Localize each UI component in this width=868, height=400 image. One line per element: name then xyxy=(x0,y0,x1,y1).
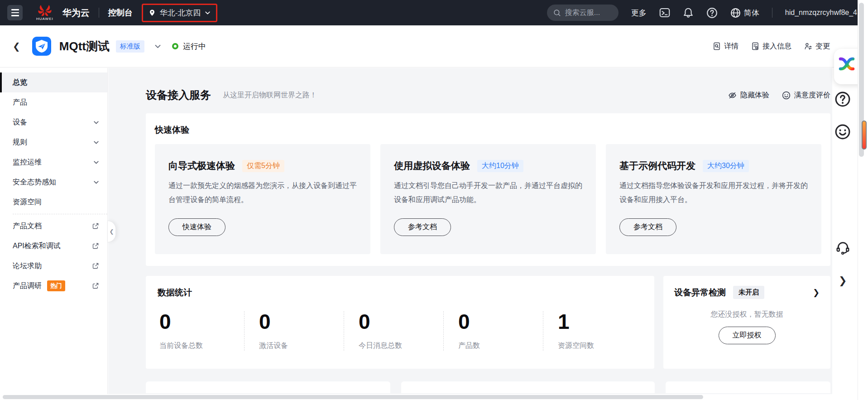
quick-card-description: 通过一款预先定义的烟感器为您演示，从接入设备到通过平台管理设备的简单流程。 xyxy=(168,178,357,207)
page-subtitle: 从这里开启物联网世界之路！ xyxy=(223,91,317,100)
quick-card-sample-code: 基于示例代码开发 大约30分钟 通过文档指导您体验设备开发和应用开发过程，并将开… xyxy=(606,144,821,254)
hide-experience-link[interactable]: 隐藏体验 xyxy=(728,91,769,100)
data-statistics-title: 数据统计 xyxy=(158,287,643,299)
vertical-scrollbar-track xyxy=(858,0,868,400)
quick-card-description: 通过文档引导您自己动手开发一款产品，并通过平台虚拟的设备和应用调试产品功能。 xyxy=(394,178,582,207)
main-content: 设备接入服务 从这里开启物联网世界之路！ 隐藏体验 满意度评价 快速体验 向导式… xyxy=(108,68,832,400)
stat-current-devices: 0 当前设备总数 xyxy=(158,311,244,351)
huawei-flower-icon xyxy=(38,5,52,16)
instance-switch-chevron-icon[interactable] xyxy=(154,43,161,50)
search-input[interactable]: 搜索云服... xyxy=(547,5,619,21)
time-badge: 大约30分钟 xyxy=(703,160,749,172)
instance-header: ❮ MQtt测试 标准版 运行中 详情 接入信息 变更 xyxy=(0,25,868,67)
details-button[interactable]: 详情 xyxy=(713,42,739,51)
satisfaction-feedback-link[interactable]: 满意度评价 xyxy=(782,91,830,100)
sidebar-nav: 总览 产品 设备 规则 监控运维 安全态势感知 资源空间 产品文档 API检索和… xyxy=(0,68,108,400)
status-label: 运行中 xyxy=(183,41,206,52)
help-circle-icon[interactable] xyxy=(706,7,718,19)
top-nav-bar: HUAWEI 华为云 控制台 华北-北京四 搜索云服... 更多 简体 hid_… xyxy=(0,0,868,25)
huawei-logo[interactable]: HUAWEI xyxy=(36,5,53,21)
device-anomaly-card: 设备异常检测 未开启 ❯ 您还没授权，暂无数据 立即授权 xyxy=(663,276,830,369)
globe-icon xyxy=(730,8,741,18)
back-button[interactable]: ❮ xyxy=(13,41,20,52)
status-indicator: 运行中 xyxy=(172,41,206,52)
reference-doc-button[interactable]: 参考文档 xyxy=(394,218,451,236)
quick-experience-button[interactable]: 快速体验 xyxy=(168,218,225,236)
anomaly-detail-chevron[interactable]: ❯ xyxy=(813,288,820,298)
access-info-icon xyxy=(751,42,759,50)
sidebar-item-resource-spaces[interactable]: 资源空间 xyxy=(0,192,107,212)
quick-experience-title: 快速体验 xyxy=(155,124,821,136)
assistant-logo-icon[interactable] xyxy=(837,55,857,73)
chevron-down-icon xyxy=(93,120,99,125)
page-title: 设备接入服务 xyxy=(146,88,211,102)
sidebar-item-security-posture[interactable]: 安全态势感知 xyxy=(0,172,107,192)
external-link-icon xyxy=(92,262,99,270)
hot-badge: 热门 xyxy=(47,280,65,291)
sidebar-item-forum-help[interactable]: 论坛求助 xyxy=(0,256,107,276)
change-user-icon xyxy=(804,42,812,50)
chevron-down-icon xyxy=(93,179,99,185)
search-placeholder: 搜索云服... xyxy=(565,8,600,18)
edition-badge: 标准版 xyxy=(116,40,144,53)
right-dock xyxy=(832,68,858,400)
instance-title: MQtt测试 xyxy=(59,39,110,54)
language-label: 简体 xyxy=(744,8,759,18)
stat-resource-spaces: 1 资源空间数 xyxy=(543,311,643,351)
stat-messages-today: 0 今日消息总数 xyxy=(344,311,443,351)
quick-card-guided: 向导式极速体验 仅需5分钟 通过一款预先定义的烟感器为您演示，从接入设备到通过平… xyxy=(155,144,370,254)
hamburger-menu-icon[interactable] xyxy=(7,5,23,20)
scroll-position-marker xyxy=(862,120,867,149)
anomaly-title: 设备异常检测 xyxy=(674,287,726,299)
more-menu[interactable]: 更多 xyxy=(631,8,647,18)
language-selector[interactable]: 简体 xyxy=(730,8,759,18)
sidebar-item-monitoring[interactable]: 监控运维 xyxy=(0,152,107,172)
terminal-icon[interactable] xyxy=(659,7,670,18)
region-selector[interactable]: 华北-北京四 xyxy=(142,4,218,22)
console-link[interactable]: 控制台 xyxy=(108,7,133,18)
quick-experience-card: 快速体验 向导式极速体验 仅需5分钟 通过一款预先定义的烟感器为您演示，从接入设… xyxy=(146,113,830,266)
bell-icon[interactable] xyxy=(683,7,694,18)
sidebar-item-api-explorer[interactable]: API检索和调试 xyxy=(0,236,107,256)
sidebar-item-products[interactable]: 产品 xyxy=(0,92,107,112)
account-id[interactable]: hid_nmzqzrcyhwf8e_4 xyxy=(785,9,857,17)
partial-card xyxy=(146,381,390,393)
time-badge: 仅需5分钟 xyxy=(242,160,284,172)
dock-help-icon[interactable] xyxy=(834,91,851,107)
brand-name[interactable]: 华为云 xyxy=(62,7,90,19)
location-pin-icon xyxy=(149,9,156,16)
quick-card-description: 通过文档指导您体验设备开发和应用开发过程，并将开发的设备和应用接入平台。 xyxy=(619,178,808,207)
dock-expand-chevron[interactable]: ❯ xyxy=(839,275,847,287)
running-status-icon xyxy=(172,43,178,49)
smiley-icon xyxy=(782,91,791,100)
sidebar-item-devices[interactable]: 设备 xyxy=(0,112,107,132)
sidebar-item-product-docs[interactable]: 产品文档 xyxy=(0,216,107,236)
horizontal-scrollbar-track xyxy=(0,394,858,400)
topbar-divider xyxy=(772,8,772,18)
time-badge: 大约10分钟 xyxy=(477,160,523,172)
sidebar-item-product-survey[interactable]: 产品调研 热门 xyxy=(0,276,107,296)
dock-support-headset-icon[interactable] xyxy=(835,240,850,255)
partial-card xyxy=(401,381,655,393)
eye-off-icon xyxy=(728,91,737,100)
change-button[interactable]: 变更 xyxy=(804,42,830,51)
detail-doc-icon xyxy=(713,42,721,50)
chevron-down-icon xyxy=(93,140,99,145)
chevron-down-icon xyxy=(93,159,99,165)
sidebar-item-overview[interactable]: 总览 xyxy=(0,72,107,92)
external-link-icon xyxy=(92,222,99,230)
topbar-divider xyxy=(99,8,99,18)
anomaly-empty-text: 您还没授权，暂无数据 xyxy=(674,310,820,319)
reference-doc-button[interactable]: 参考文档 xyxy=(619,218,676,236)
iot-app-icon xyxy=(32,37,51,56)
horizontal-scrollbar-thumb[interactable] xyxy=(3,395,703,399)
external-link-icon xyxy=(92,242,99,250)
authorize-now-button[interactable]: 立即授权 xyxy=(719,327,776,344)
not-enabled-badge: 未开启 xyxy=(733,286,764,299)
access-info-button[interactable]: 接入信息 xyxy=(751,42,791,51)
sidebar-item-rules[interactable]: 规则 xyxy=(0,132,107,152)
data-statistics-card: 数据统计 0 当前设备总数 0 激活设备 0 今日消息总数 0 产品数 xyxy=(146,276,654,369)
stat-active-devices: 0 激活设备 xyxy=(244,311,344,351)
region-name: 华北-北京四 xyxy=(160,8,201,18)
dock-feedback-smiley-icon[interactable] xyxy=(834,124,851,140)
